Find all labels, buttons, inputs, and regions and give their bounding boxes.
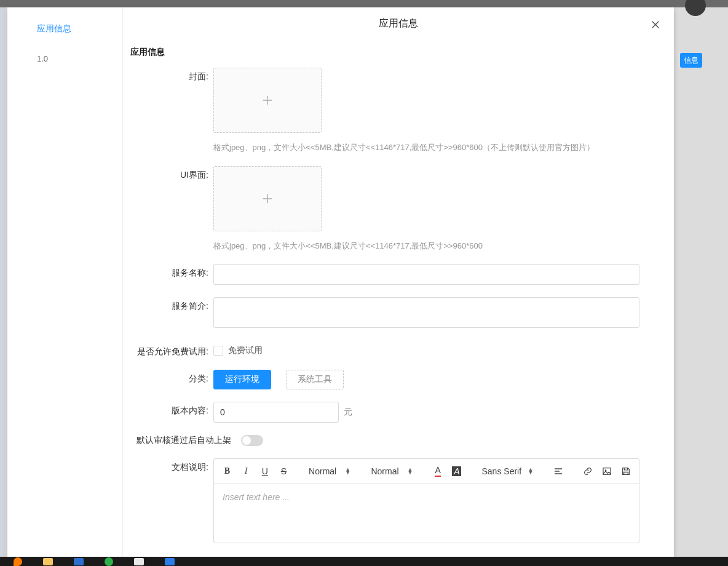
avatar[interactable] [685,0,706,16]
modal-main: 应用信息 应用信息 封面: 格式jpeg、png，文件大小<<5MB,建议尺寸<… [123,7,674,557]
heading-select[interactable]: Normal ▲▼ [305,463,354,480]
editor-toolbar: B I U S Normal ▲▼ Normal [214,459,639,484]
auto-publish-switch[interactable] [241,435,263,446]
strike-button[interactable]: S [275,463,292,480]
rich-editor: B I U S Normal ▲▼ Normal [213,458,639,543]
row-version: 版本内容: 元 [130,402,657,423]
svg-rect-0 [603,468,611,474]
sidebar-item-version[interactable]: 1.0 [7,39,122,68]
sidebar-item-app-info[interactable]: 应用信息 [7,18,122,39]
highlight-icon: A [452,466,461,476]
save-button[interactable] [617,463,634,480]
row-auto-publish: 默认审核通过后自动上架 [130,435,657,446]
modal-header: 应用信息 [123,7,674,41]
label-service-desc: 服务简介: [130,297,213,312]
chevron-updown-icon: ▲▼ [528,468,534,474]
free-trial-checkbox[interactable] [213,346,223,356]
version-price-input[interactable] [213,402,339,423]
ui-hint: 格式jpeg、png，文件大小<<5MB,建议尺寸<<1146*717,最低尺寸… [213,240,657,252]
size-select-label: Normal [371,466,398,476]
label-version: 版本内容: [130,402,213,417]
row-cover: 封面: 格式jpeg、png，文件大小<<5MB,建议尺寸<<1146*717,… [130,68,657,154]
ui-upload[interactable] [213,166,322,231]
taskbar-wechat-icon[interactable] [105,557,113,566]
taskbar-vscode-icon[interactable] [74,558,84,565]
taskbar [0,557,728,566]
row-category: 分类: 运行环境 系统工具 [130,370,657,389]
heading-select-label: Normal [309,466,336,476]
underline-button[interactable]: U [256,463,273,480]
taskbar-firefox-icon[interactable] [14,557,22,566]
size-select[interactable]: Normal ▲▼ [367,463,416,480]
close-icon [650,19,661,30]
text-color-button[interactable]: A [430,463,446,480]
category-systool-tag[interactable]: 系统工具 [286,370,344,389]
bg-info-button[interactable]: 信息 [680,53,702,68]
label-free-trial: 是否允许免费试用: [130,343,213,357]
cover-upload[interactable] [213,68,322,133]
chevron-updown-icon: ▲▼ [408,468,413,474]
cover-hint: 格式jpeg、png，文件大小<<5MB,建议尺寸<<1146*717,最低尺寸… [213,142,657,154]
editor-body[interactable]: Insert text here ... [214,484,639,543]
highlight-button[interactable]: A [448,463,465,480]
row-doc: 文档说明: B I U S Normal ▲▼ [130,458,657,543]
modal-content: 应用信息 封面: 格式jpeg、png，文件大小<<5MB,建议尺寸<<1146… [123,41,674,557]
modal-sidebar: 应用信息 1.0 [7,7,123,557]
label-ui: UI界面: [130,166,213,181]
text-color-icon: A [435,465,440,477]
save-icon [621,466,631,476]
row-service-desc: 服务简介: [130,297,657,330]
image-button[interactable] [599,463,615,480]
modal-title: 应用信息 [379,17,418,30]
label-category: 分类: [130,370,213,385]
image-icon [602,466,612,476]
taskbar-app5-icon[interactable] [134,558,144,565]
section-title: 应用信息 [130,47,657,58]
row-free-trial: 是否允许免费试用: 免费试用 [130,343,657,357]
align-button[interactable] [550,463,567,480]
plus-icon [261,94,274,107]
taskbar-files-icon[interactable] [43,558,53,565]
bold-button[interactable]: B [219,463,235,480]
category-runtime-tag[interactable]: 运行环境 [213,370,271,389]
bg-sidebar-strip [0,7,5,557]
version-unit: 元 [344,407,352,418]
label-service-name: 服务名称: [130,264,213,279]
font-select[interactable]: Sans Serif ▲▼ [478,463,537,480]
taskbar-app6-icon[interactable] [165,558,175,565]
service-name-input[interactable] [213,264,639,285]
close-button[interactable] [647,16,664,33]
plus-icon [261,192,274,205]
italic-button[interactable]: I [238,463,255,480]
chevron-updown-icon: ▲▼ [345,468,350,474]
font-select-label: Sans Serif [482,466,522,476]
row-service-name: 服务名称: [130,264,657,285]
free-trial-checkbox-label: 免费试用 [228,345,263,356]
align-icon [553,466,563,476]
row-ui: UI界面: 格式jpeg、png，文件大小<<5MB,建议尺寸<<1146*71… [130,166,657,252]
label-cover: 封面: [130,68,213,82]
link-icon [583,466,593,476]
link-button[interactable] [580,463,596,480]
label-auto-publish: 默认审核通过后自动上架 [136,435,231,446]
service-desc-input[interactable] [213,297,639,328]
label-doc: 文档说明: [130,458,213,473]
modal-dialog: 应用信息 1.0 应用信息 应用信息 封面: 格式jpeg、png，文件大小<<… [7,7,674,557]
